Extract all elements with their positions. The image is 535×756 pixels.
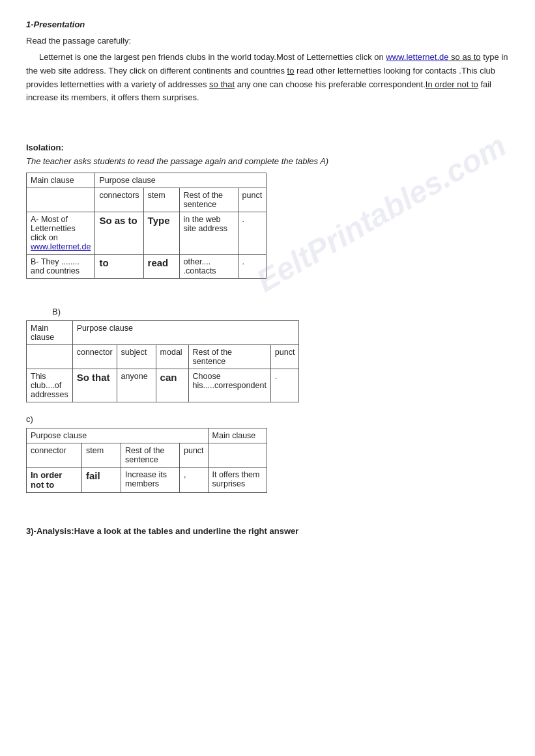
table-cell: other.... .contacts (179, 255, 238, 279)
table-b: Main clause Purpose clause connector sub… (26, 320, 299, 402)
table-cell: A- Most of Letternetties click on www.le… (27, 212, 95, 255)
table-cell: Purpose clause (72, 321, 299, 345)
isolation-title: Isolation: (26, 143, 509, 152)
table-row: connector subject modal Rest of the sent… (27, 345, 299, 369)
read-label: Read the passage carefully: (26, 36, 509, 46)
table-cell: subject (117, 345, 156, 369)
isolation-instruction: The teacher asks students to read the pa… (26, 156, 509, 166)
table-cell: It offers them surprises (208, 468, 267, 493)
table-cell: Rest of the sentence (121, 443, 180, 468)
table-cell: can (156, 369, 188, 402)
table-row: A- Most of Letternetties click on www.le… (27, 212, 267, 255)
table-row: Main clause Purpose clause (27, 321, 299, 345)
table-cell: . (238, 212, 267, 255)
table-cell (27, 188, 95, 212)
section-b-label: B) (26, 307, 509, 316)
table-cell: Type (143, 212, 179, 255)
table-row: Purpose clause Main clause (27, 428, 267, 443)
table-cell: , (180, 468, 209, 493)
in-order-not-to: In order not to (426, 79, 478, 89)
passage-line1: Letternet is one the largest pen friends… (39, 52, 384, 62)
table-row: connector stem Rest of the sentence punc… (27, 443, 267, 468)
table-row: B- They ........ and countries to read o… (27, 255, 267, 279)
table-cell: So as to (95, 212, 143, 255)
table-cell: modal (156, 345, 188, 369)
table-cell: anyone (117, 369, 156, 402)
analysis-text: Have a look at the tables and underline … (74, 526, 299, 536)
table-cell: Purpose clause (95, 173, 267, 188)
table-cell: punct (180, 443, 209, 468)
table-cell: connectors (95, 188, 143, 212)
table-cell: In order not to (27, 468, 82, 493)
table-cell: stem (143, 188, 179, 212)
table-cell: connector (72, 345, 117, 369)
so-as-to: so as to (448, 52, 480, 62)
table-cell: read (143, 255, 179, 279)
passage-line4: any one can choose his preferable corres… (235, 79, 426, 89)
table-row: In order not to fail Increase its member… (27, 468, 267, 493)
table-cell: in the web site address (179, 212, 238, 255)
table-cell: punct (238, 188, 267, 212)
table-cell: Rest of the sentence (188, 345, 270, 369)
table-cell: Main clause (27, 321, 73, 345)
letternet-link[interactable]: www.letternet.de (386, 52, 448, 62)
link-cell[interactable]: www.letternet.de (31, 242, 91, 251)
table-a: Main clause Purpose clause connectors st… (26, 173, 267, 279)
to-underline: to (287, 66, 295, 76)
table-cell: Main clause (27, 173, 95, 188)
table-cell: Increase its members (121, 468, 180, 493)
table-cell: punct (270, 345, 299, 369)
section-c-label: c) (26, 414, 509, 424)
table-cell: fail (82, 468, 121, 493)
table-cell: . (238, 255, 267, 279)
table-row: This club....of addresses So that anyone… (27, 369, 299, 402)
table-cell: This club....of addresses (27, 369, 73, 402)
table-cell: So that (72, 369, 117, 402)
table-c: Purpose clause Main clause connector ste… (26, 428, 267, 493)
passage: Letternet is one the largest pen friends… (26, 51, 509, 105)
table-cell: connector (27, 443, 82, 468)
table-cell (208, 443, 267, 468)
table-cell: Purpose clause (27, 428, 209, 443)
table-cell: Choose his.....correspondent (188, 369, 270, 402)
analysis-title: 3)-Analysis:Have a look at the tables an… (26, 526, 509, 536)
table-cell: Main clause (208, 428, 267, 443)
table-cell (27, 345, 73, 369)
table-cell: to (95, 255, 143, 279)
table-cell: . (270, 369, 299, 402)
so-that-underline: so that (209, 79, 235, 89)
watermark: EeltPrintables.com (250, 128, 512, 300)
section1-title: 1-Presentation (26, 20, 509, 29)
analysis-bold: 3)-Analysis: (26, 526, 74, 536)
table-cell: B- They ........ and countries (27, 255, 95, 279)
table-cell: stem (82, 443, 121, 468)
table-cell: Rest of the sentence (179, 188, 238, 212)
table-row: Main clause Purpose clause (27, 173, 267, 188)
table-row: connectors stem Rest of the sentence pun… (27, 188, 267, 212)
